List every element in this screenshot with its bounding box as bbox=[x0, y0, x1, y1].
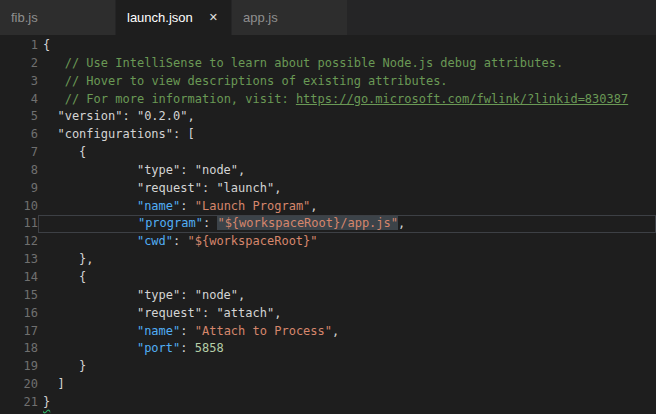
code-line-18[interactable]: 18 "port": 5858 bbox=[0, 340, 656, 358]
line-number[interactable]: 11 bbox=[0, 215, 38, 233]
code-line-16[interactable]: 16 "request": "attach", bbox=[0, 305, 656, 323]
line-content[interactable]: "port": 5858 bbox=[38, 340, 656, 358]
line-number[interactable]: 5 bbox=[0, 108, 38, 126]
code-text bbox=[43, 234, 137, 248]
warning-brace: } bbox=[43, 395, 50, 409]
code-line-12[interactable]: 12 "cwd": "${workspaceRoot}" bbox=[0, 233, 656, 251]
code-line-6[interactable]: 6 "configurations": [ bbox=[0, 126, 656, 144]
code-line-3[interactable]: 3 // Hover to view descriptions of exist… bbox=[0, 73, 656, 91]
code-line-13[interactable]: 13 }, bbox=[0, 251, 656, 269]
line-number[interactable]: 18 bbox=[0, 340, 38, 358]
line-number[interactable]: 15 bbox=[0, 287, 38, 305]
code-text: "request": "launch", bbox=[43, 181, 281, 195]
code-text: , bbox=[398, 216, 405, 230]
current-line-content[interactable]: "program": "${workspaceRoot}/app.js", bbox=[38, 215, 656, 233]
line-content[interactable]: "cwd": "${workspaceRoot}" bbox=[38, 233, 656, 251]
property-key: "name" bbox=[137, 199, 180, 213]
code-line-17[interactable]: 17 "name": "Attach to Process", bbox=[0, 323, 656, 341]
line-content[interactable]: "configurations": [ bbox=[38, 126, 656, 144]
code-line-21[interactable]: 21} bbox=[0, 394, 656, 412]
line-number[interactable]: 3 bbox=[0, 73, 38, 91]
code-text bbox=[43, 92, 65, 106]
tab-label: launch.json bbox=[127, 10, 199, 25]
line-content[interactable]: "name": "Launch Program", bbox=[38, 198, 656, 216]
line-content[interactable]: "name": "Attach to Process", bbox=[38, 323, 656, 341]
line-content[interactable]: }, bbox=[38, 251, 656, 269]
code-line-19[interactable]: 19 } bbox=[0, 358, 656, 376]
property-key: "port" bbox=[137, 341, 180, 355]
code-text: "type": "node", bbox=[43, 163, 245, 177]
code-line-8[interactable]: 8 "type": "node", bbox=[0, 162, 656, 180]
selected-string-value: "${workspaceRoot}/app.js" bbox=[217, 216, 398, 230]
tab-app-js[interactable]: app.js bbox=[232, 0, 348, 35]
code-line-14[interactable]: 14 { bbox=[0, 269, 656, 287]
line-number[interactable]: 20 bbox=[0, 376, 38, 394]
string-value: "${workspaceRoot}" bbox=[188, 234, 318, 248]
code-text: { bbox=[43, 145, 86, 159]
code-line-7[interactable]: 7 { bbox=[0, 144, 656, 162]
code-line-9[interactable]: 9 "request": "launch", bbox=[0, 180, 656, 198]
property-key: "name" bbox=[137, 324, 180, 338]
line-number[interactable]: 9 bbox=[0, 180, 38, 198]
line-content[interactable]: // Hover to view descriptions of existin… bbox=[38, 73, 656, 91]
line-number[interactable]: 7 bbox=[0, 144, 38, 162]
comment-text: // Hover to view descriptions of existin… bbox=[65, 74, 448, 88]
line-content[interactable]: "request": "attach", bbox=[38, 305, 656, 323]
comment-text: // Use IntelliSense to learn about possi… bbox=[65, 56, 564, 70]
line-content[interactable]: { bbox=[38, 37, 656, 55]
line-number[interactable]: 4 bbox=[0, 91, 38, 109]
line-number[interactable]: 12 bbox=[0, 233, 38, 251]
code-line-5[interactable]: 5 "version": "0.2.0", bbox=[0, 108, 656, 126]
code-text bbox=[43, 324, 137, 338]
code-line-1[interactable]: 1{ bbox=[0, 37, 656, 55]
code-text: "configurations": [ bbox=[43, 127, 195, 141]
code-line-15[interactable]: 15 "type": "node", bbox=[0, 287, 656, 305]
line-number[interactable]: 6 bbox=[0, 126, 38, 144]
editor-pane[interactable]: 1{2 // Use IntelliSense to learn about p… bbox=[0, 35, 656, 414]
line-content[interactable]: ] bbox=[38, 376, 656, 394]
line-number[interactable]: 14 bbox=[0, 269, 38, 287]
tab-fib-js[interactable]: fib.js bbox=[0, 0, 116, 35]
line-number[interactable]: 8 bbox=[0, 162, 38, 180]
line-content[interactable]: "request": "launch", bbox=[38, 180, 656, 198]
code-text: : bbox=[180, 341, 194, 355]
line-content[interactable]: // For more information, visit: https://… bbox=[38, 91, 656, 109]
code-text: , bbox=[310, 199, 317, 213]
line-content[interactable]: "version": "0.2.0", bbox=[38, 108, 656, 126]
tab-launch-json[interactable]: launch.json✕ bbox=[116, 0, 232, 35]
line-content[interactable]: } bbox=[38, 394, 656, 412]
code-text: "type": "node", bbox=[43, 288, 245, 302]
string-value: "Launch Program" bbox=[195, 199, 311, 213]
code-line-4[interactable]: 4 // For more information, visit: https:… bbox=[0, 91, 656, 109]
vscode-window: fib.jslaunch.json✕app.js 1{2 // Use Inte… bbox=[0, 0, 656, 414]
editor-code: 1{2 // Use IntelliSense to learn about p… bbox=[0, 37, 656, 412]
code-text: : bbox=[173, 234, 187, 248]
line-number[interactable]: 13 bbox=[0, 251, 38, 269]
code-line-20[interactable]: 20 ] bbox=[0, 376, 656, 394]
line-number[interactable]: 17 bbox=[0, 323, 38, 341]
line-number[interactable]: 1 bbox=[0, 37, 38, 55]
code-text bbox=[43, 56, 65, 70]
code-line-11[interactable]: 11 "program": "${workspaceRoot}/app.js", bbox=[0, 215, 656, 233]
code-text: } bbox=[43, 359, 86, 373]
code-line-10[interactable]: 10 "name": "Launch Program", bbox=[0, 198, 656, 216]
number-value: 5858 bbox=[195, 341, 224, 355]
line-number[interactable]: 2 bbox=[0, 55, 38, 73]
code-text: { bbox=[43, 38, 50, 52]
line-number[interactable]: 16 bbox=[0, 305, 38, 323]
line-content[interactable]: // Use IntelliSense to learn about possi… bbox=[38, 55, 656, 73]
line-content[interactable]: "type": "node", bbox=[38, 162, 656, 180]
line-number[interactable]: 10 bbox=[0, 198, 38, 216]
comment-text: // For more information, visit: bbox=[65, 92, 296, 106]
close-icon[interactable]: ✕ bbox=[207, 10, 220, 25]
line-number[interactable]: 21 bbox=[0, 394, 38, 412]
line-content[interactable]: } bbox=[38, 358, 656, 376]
line-number[interactable]: 19 bbox=[0, 358, 38, 376]
code-line-2[interactable]: 2 // Use IntelliSense to learn about pos… bbox=[0, 55, 656, 73]
line-content[interactable]: { bbox=[38, 144, 656, 162]
code-text bbox=[44, 216, 138, 230]
line-content[interactable]: { bbox=[38, 269, 656, 287]
code-text: ] bbox=[43, 377, 65, 391]
line-content[interactable]: "type": "node", bbox=[38, 287, 656, 305]
link-text[interactable]: https://go.microsoft.com/fwlink/?linkid=… bbox=[296, 92, 628, 106]
